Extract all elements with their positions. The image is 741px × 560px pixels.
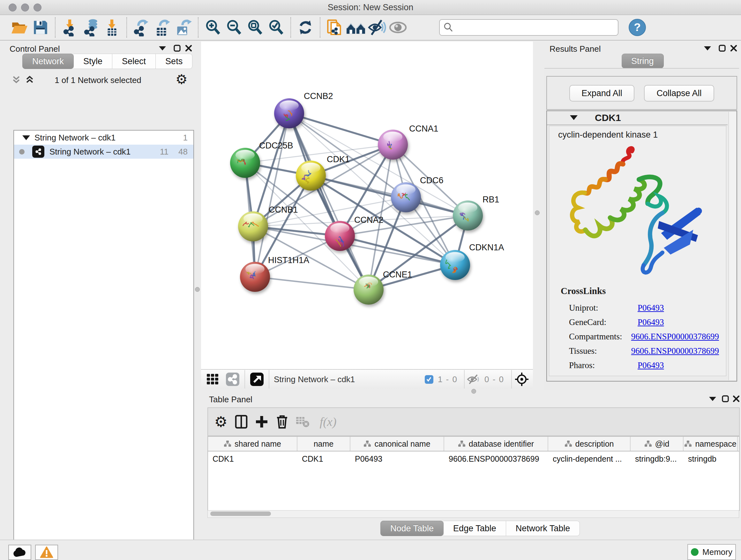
network-node-CDK1[interactable] xyxy=(296,161,326,191)
memory-button[interactable]: Memory xyxy=(687,544,736,560)
save-session-button[interactable] xyxy=(30,17,51,38)
network-edge-CCNB2-CCNA1[interactable] xyxy=(289,113,393,145)
warning-button[interactable] xyxy=(35,545,58,560)
network-edge-HIST1H1A-CCNE1[interactable] xyxy=(255,277,368,290)
table-cell[interactable]: P06493 xyxy=(350,451,444,466)
hidden-eye-icon[interactable] xyxy=(467,374,480,385)
birds-eye-view-button[interactable] xyxy=(515,372,529,387)
zoom-in-button[interactable] xyxy=(202,17,223,38)
detach-view-button[interactable] xyxy=(250,372,264,387)
table-cell[interactable]: stringdb:9... xyxy=(630,451,684,466)
control-panel-menu-button[interactable] xyxy=(157,44,168,53)
network-collection-row[interactable]: String Network – cdk1 1 xyxy=(14,131,193,145)
clone-network-button[interactable] xyxy=(324,17,345,38)
network-node-CCNE1[interactable] xyxy=(354,274,384,305)
network-node-CDC6[interactable] xyxy=(391,182,421,212)
export-table-button[interactable] xyxy=(152,17,173,38)
tab-node-table[interactable]: Node Table xyxy=(381,521,444,536)
network-node-CCNB1[interactable] xyxy=(238,211,268,241)
selected-checkbox-icon[interactable] xyxy=(425,375,433,384)
network-node-RB1[interactable] xyxy=(453,200,483,231)
network-graph[interactable]: CCNB2CCNA1CDC25BCDK1CDC6RB1CCNB1CCNA2CDK… xyxy=(201,42,533,369)
open-session-button[interactable] xyxy=(9,17,30,38)
network-node-CCNA1[interactable] xyxy=(378,130,408,160)
cloud-button[interactable] xyxy=(8,545,31,560)
crosslink-link[interactable]: P06493 xyxy=(637,303,664,313)
results-panel-menu-button[interactable] xyxy=(702,44,713,53)
help-button[interactable]: ? xyxy=(627,17,648,38)
export-network-button[interactable] xyxy=(131,17,152,38)
tab-string[interactable]: String xyxy=(622,54,664,68)
results-panel-float-button[interactable] xyxy=(717,44,728,53)
create-column-button[interactable] xyxy=(252,412,272,432)
hide-graphics-details-button[interactable] xyxy=(366,17,387,38)
network-edge-CDK1-RB1[interactable] xyxy=(311,176,468,215)
tab-edge-table[interactable]: Edge Table xyxy=(444,521,506,536)
show-columns-button[interactable] xyxy=(231,412,252,432)
column-header-shared-name[interactable]: shared name xyxy=(208,437,297,451)
column-header-database-identifier[interactable]: database identifier xyxy=(444,437,548,451)
tab-style[interactable]: Style xyxy=(74,54,112,69)
export-image-button[interactable] xyxy=(173,17,194,38)
zoom-selected-button[interactable] xyxy=(266,17,286,38)
table-row[interactable]: CDK1CDK1P064939606.ENSP00000378699cyclin… xyxy=(208,451,739,466)
network-node-CDKN1A[interactable] xyxy=(440,250,470,280)
table-panel-float-button[interactable] xyxy=(720,394,731,403)
collapse-all-button[interactable]: Collapse All xyxy=(644,85,714,102)
show-graphics-details-button[interactable] xyxy=(387,17,408,38)
network-edge-CCNB2-HIST1H1A[interactable] xyxy=(255,113,289,277)
network-node-CCNB2[interactable] xyxy=(274,98,304,128)
network-node-CDC25B[interactable] xyxy=(230,148,260,178)
table-cell[interactable]: CDK1 xyxy=(297,451,350,466)
crosslink-link[interactable]: P06493 xyxy=(637,361,664,370)
tab-network-table[interactable]: Network Table xyxy=(506,521,580,536)
table-cell[interactable]: 9606.ENSP00000378699 xyxy=(444,451,548,466)
function-builder-button[interactable]: f(x) xyxy=(313,412,343,432)
gene-entry-header[interactable]: CDK1 xyxy=(547,111,728,125)
delete-table-button[interactable] xyxy=(292,412,313,432)
import-network-from-file-button[interactable] xyxy=(59,17,80,38)
network-node-CCNA2[interactable] xyxy=(325,221,355,251)
column-header-namespace[interactable]: namespace xyxy=(684,437,738,451)
column-header-canonical-name[interactable]: canonical name xyxy=(350,437,444,451)
table-panel-menu-button[interactable] xyxy=(707,394,718,403)
network-node-HIST1H1A[interactable] xyxy=(240,262,270,292)
expand-all-button[interactable]: Expand All xyxy=(569,85,634,102)
network-options-gear-icon[interactable]: ⚙ xyxy=(176,73,188,86)
import-table-from-file-button[interactable] xyxy=(102,17,123,38)
table-panel-close-button[interactable] xyxy=(731,394,741,403)
results-scrollbar[interactable] xyxy=(729,112,736,380)
column-header-name[interactable]: name xyxy=(297,437,350,451)
table-hscrollbar[interactable] xyxy=(207,510,739,518)
crosslink-link[interactable]: P06493 xyxy=(637,317,664,327)
gene-expander-icon[interactable] xyxy=(570,115,578,120)
column-header-description[interactable]: description xyxy=(548,437,630,451)
two-houses-button[interactable] xyxy=(345,17,366,38)
zoom-out-button[interactable] xyxy=(223,17,245,38)
control-panel-float-button[interactable] xyxy=(172,44,183,53)
import-network-from-database-button[interactable] xyxy=(80,17,102,38)
left-splitter-handle[interactable] xyxy=(195,287,200,292)
control-panel-close-button[interactable] xyxy=(183,44,194,53)
tab-sets[interactable]: Sets xyxy=(156,54,192,69)
right-splitter-handle[interactable] xyxy=(535,210,540,215)
crosslink-link[interactable]: 9606.ENSP00000378699 xyxy=(631,346,719,356)
fit-content-button[interactable] xyxy=(245,17,266,38)
table-options-gear-icon[interactable]: ⚙ xyxy=(211,412,231,432)
table-cell[interactable]: CDK1 xyxy=(208,451,297,466)
tab-network[interactable]: Network xyxy=(22,54,74,69)
apply-preferred-layout-button[interactable] xyxy=(295,17,316,38)
column-header-@id[interactable]: @id xyxy=(630,437,684,451)
results-panel-close-button[interactable] xyxy=(728,44,739,53)
table-hscrollbar-thumb[interactable] xyxy=(210,511,271,516)
network-share-view-button[interactable] xyxy=(225,372,240,387)
network-canvas[interactable]: CCNB2CCNA1CDC25BCDK1CDC6RB1CCNB1CCNA2CDK… xyxy=(201,42,533,369)
crosslink-link[interactable]: 9606.ENSP00000378699 xyxy=(631,332,719,341)
collection-expander-icon[interactable] xyxy=(22,135,30,140)
horizontal-splitter-handle[interactable] xyxy=(471,389,476,394)
grid-view-button[interactable] xyxy=(205,372,220,387)
table-cell[interactable]: cyclin-dependent ... xyxy=(548,451,630,466)
tab-select[interactable]: Select xyxy=(112,54,156,69)
delete-column-button[interactable] xyxy=(272,412,292,432)
table-cell[interactable]: stringdb xyxy=(684,451,738,466)
